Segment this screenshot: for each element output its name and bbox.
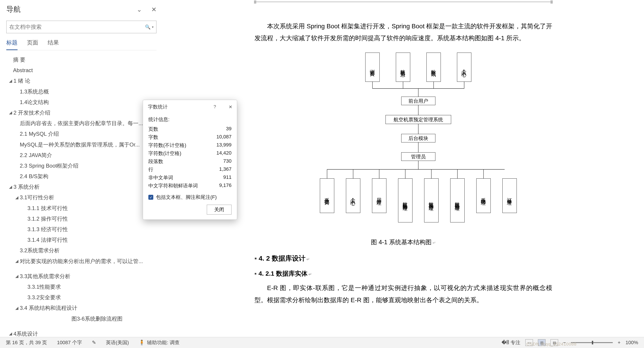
chevron-down-icon[interactable]: ▾ — [152, 25, 154, 29]
diagram-box: 航空机票预定管理系统 — [394, 116, 443, 123]
search-box[interactable]: 🔍 ▾ — [6, 21, 156, 33]
focus-button[interactable]: �〿 专注 — [502, 339, 520, 346]
diagram-box: 个人中心 — [350, 194, 356, 197]
stat-row: 字符数(不计空格)13,999 — [148, 141, 232, 149]
outline-item[interactable]: 3.1.3 经济可行性 — [6, 224, 156, 235]
collapse-icon[interactable]: ◢ — [8, 330, 14, 337]
diagram-box: 航班线路管理 — [402, 198, 409, 203]
page: 本次系统采用 Spring Boot 框架集进行开发，Spring Boot 框… — [230, 0, 577, 337]
stat-row: 段落数730 — [148, 157, 232, 166]
outline-item[interactable]: ◢2 开发技术介绍 — [6, 107, 156, 118]
outline-item[interactable]: 后面内容省去，依据主要内容分配章节目录。每一... — [6, 118, 156, 128]
outline-item[interactable]: 3.3.2安全要求 — [6, 292, 156, 303]
diagram-box: 订单管理 — [506, 194, 513, 197]
search-icon[interactable]: 🔍 — [145, 24, 150, 30]
diagram-box: 个人中心 — [461, 65, 468, 69]
collapse-icon[interactable]: ◢ — [8, 77, 14, 84]
search-input[interactable] — [9, 24, 145, 30]
outline-item[interactable]: 3.1.1 技术可行性 — [6, 203, 156, 213]
outline-item[interactable]: 2.2 JAVA简介 — [6, 150, 156, 160]
diagram-box: 航空资讯 — [430, 65, 437, 69]
nav-tabs: 标题 页面 结果 — [6, 39, 156, 50]
diagram-box: 后台模块 — [408, 135, 428, 142]
close-button[interactable]: 关闭 — [207, 205, 232, 215]
outline-item[interactable]: 1.3系统总概 — [6, 86, 156, 97]
outline-tree: 摘 要 Abstract ◢1 绪 论 1.3系统总概 1.4论文结构 ◢2 开… — [6, 54, 156, 348]
collapse-icon[interactable]: ◢ — [14, 258, 20, 265]
outline-item[interactable]: 2.4 B/S架构 — [6, 171, 156, 182]
outline-item[interactable]: 图3-6系统删除流程图 — [6, 314, 156, 324]
stat-row: 页数39 — [148, 125, 232, 133]
stat-row: 非中文单词911 — [148, 174, 232, 182]
stats-label: 统计信息: — [148, 116, 232, 123]
outline-item[interactable]: ◢1 绪 论 — [6, 75, 156, 86]
collapse-icon[interactable]: ◢ — [14, 194, 20, 201]
outline-item[interactable]: ◢对比要实现的功能来分析出用户的需求，可以让管... — [6, 256, 156, 267]
outline-item[interactable]: 3.1.4 法律可行性 — [6, 235, 156, 245]
accessibility-indicator[interactable]: 🧍 辅助功能: 调查 — [139, 339, 180, 346]
stat-row: 字符数(计空格)14,420 — [148, 149, 232, 157]
diagram-box: 前台用户 — [408, 98, 428, 104]
outline-item[interactable]: 1.4论文结构 — [6, 97, 156, 107]
stat-row: 中文字符和朝鲜语单词9,176 — [148, 182, 232, 190]
help-icon[interactable]: ? — [214, 104, 216, 110]
checkbox-label: 包括文本框、脚注和尾注(F) — [156, 194, 217, 201]
collapse-icon[interactable]: ◢ — [8, 109, 14, 116]
close-icon[interactable]: ✕ — [228, 104, 232, 110]
paragraph: 本次系统采用 Spring Boot 框架集进行开发，Spring Boot 框… — [254, 20, 552, 44]
page-indicator[interactable]: 第 16 页，共 39 页 — [6, 339, 47, 346]
word-count-dialog: 字数统计 ? ✕ 统计信息: 页数39 字数10,087 字符数(不计空格)13… — [143, 100, 237, 220]
outline-item[interactable]: ◢3.1可行性分析 — [6, 192, 156, 203]
close-icon[interactable]: ✕ — [151, 6, 156, 13]
dialog-title: 字数统计 — [148, 104, 168, 110]
outline-item[interactable]: 摘 要 — [6, 54, 156, 65]
heading-4-2-1: ▪4. 2.1 数据库实体↵ — [254, 269, 552, 278]
outline-item[interactable]: MySQL是一种关系型的数据库管理系统，属于Or... — [6, 139, 156, 150]
diagram-box: 航班信息管理 — [454, 198, 461, 203]
diagram-box: 航班次序管理 — [428, 198, 435, 203]
diagram-box: 浏览首页 — [369, 65, 376, 69]
nav-title: 导航 — [6, 4, 21, 14]
diagram-box: 航班信息 — [400, 65, 406, 69]
collapse-icon[interactable]: ◢ — [8, 183, 14, 191]
tab-results[interactable]: 结果 — [48, 39, 59, 50]
outline-item[interactable]: 3.2系统需求分析 — [6, 245, 156, 256]
zoom-slider[interactable] — [571, 342, 613, 343]
collapse-icon[interactable]: ◢ — [14, 305, 20, 312]
heading-4-2: ▪4. 2 数据库设计↵ — [254, 254, 552, 263]
outline-item[interactable]: ◢3.4 系统结构和流程设计 — [6, 303, 156, 313]
watermark: CSDN @qq_152410088 — [526, 342, 576, 347]
outline-item[interactable]: Abstract — [6, 65, 156, 75]
include-textbox-checkbox[interactable]: ✓ — [148, 195, 153, 200]
language-indicator[interactable]: 英语(美国) — [106, 339, 129, 346]
zoom-level[interactable]: 100% — [626, 340, 638, 346]
diagram-box: 系统首页 — [324, 194, 330, 197]
navigation-pane: 导航 ⌄ ✕ 🔍 ▾ 标题 页面 结果 摘 要 Abstract ◢1 绪 论 … — [0, 0, 163, 337]
spellcheck-icon[interactable]: ✎ — [92, 340, 96, 346]
outline-item[interactable]: ◢3 系统分析 — [6, 182, 156, 192]
collapse-icon[interactable]: ◢ — [14, 273, 20, 280]
diagram-box: 系统管理 — [480, 194, 487, 197]
stat-row: 行1,367 — [148, 166, 232, 174]
outline-item[interactable]: ◢3.3其他系统需求分析 — [6, 271, 156, 282]
diagram-box: 管理员 — [411, 153, 426, 160]
tab-headings[interactable]: 标题 — [6, 39, 18, 50]
outline-item[interactable]: 2.1 MySQL 介绍 — [6, 128, 156, 139]
outline-item[interactable]: 3.1.2 操作可行性 — [6, 213, 156, 224]
structure-diagram: 浏览首页 航班信息 航空资讯 个人中心 前台用户 航空机票预定管理系统 后台模块… — [302, 52, 505, 234]
zoom-in-button[interactable]: + — [618, 340, 620, 346]
stat-row: 字数10,087 — [148, 133, 232, 141]
outline-item[interactable]: 2.3 Spring Boot框架介绍 — [6, 160, 156, 171]
word-count-indicator[interactable]: 10087 个字 — [57, 339, 82, 346]
tab-pages[interactable]: 页面 — [27, 39, 38, 50]
diagram-box: 用户管理 — [376, 194, 382, 197]
outline-item[interactable]: 3.3.1性能要求 — [6, 282, 156, 292]
chevron-down-icon[interactable]: ⌄ — [137, 6, 142, 13]
paragraph: E-R 图，即实体-联系图，它是一种通过对实例进行抽象，以可视化的方式来描述现实… — [254, 282, 552, 306]
ruler[interactable] — [254, 1, 553, 2]
figure-caption: 图 4-1 系统基本结构图↵ — [254, 238, 552, 246]
